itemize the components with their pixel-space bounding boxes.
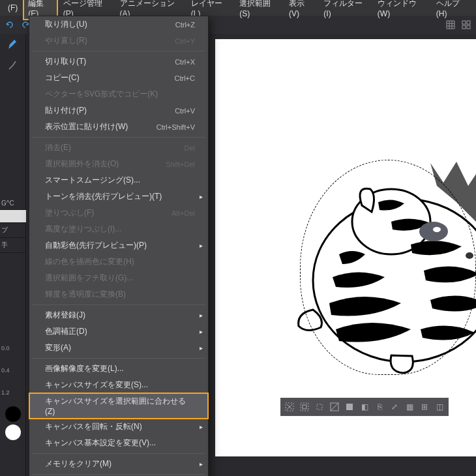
- tool-panel: G^C ブ 手 0.0 0.4 1.2: [0, 34, 26, 476]
- undo-icon[interactable]: [3, 18, 17, 32]
- menu-separator: [32, 474, 205, 475]
- menu-item-shortcut: Ctrl+Y: [175, 37, 195, 45]
- menu-item[interactable]: 切り取り(T)Ctrl+X: [29, 53, 208, 70]
- menu-item-label: やり直し(R): [45, 35, 175, 46]
- menu-separator: [32, 137, 205, 138]
- menu-separator: [32, 453, 205, 454]
- selection-launcher: ◧ ⎘ ⤢ ▦ ⊞ ◫: [280, 398, 449, 416]
- canvas[interactable]: [215, 39, 476, 456]
- menu-item[interactable]: 色調補正(D): [29, 323, 208, 340]
- ruler-tick: 0.0: [0, 337, 26, 359]
- menubar-item[interactable]: (F): [3, 1, 23, 14]
- deselect-icon[interactable]: [283, 400, 296, 413]
- menu-item-label: 線の色を描画色に変更(H): [45, 256, 195, 267]
- menu-item-label: 表示位置に貼り付け(W): [45, 121, 156, 132]
- menu-item[interactable]: 取り消し(U)Ctrl+Z: [29, 16, 208, 33]
- svg-rect-16: [346, 404, 353, 410]
- menubar-item[interactable]: フィルター(I): [318, 0, 372, 20]
- clip-sel-icon[interactable]: ◫: [433, 400, 446, 413]
- menu-item-shortcut: Shift+Del: [166, 160, 195, 168]
- menu-item-shortcut: Ctrl+X: [175, 58, 195, 66]
- menu-item-label: 色調補正(D): [45, 326, 195, 337]
- menubar: (F)編集(E)ページ管理(P)アニメーション(A)レイヤー(L)選択範囲(S)…: [0, 0, 476, 16]
- erase-sel-icon[interactable]: ◧: [358, 400, 371, 413]
- menu-item[interactable]: メモリをクリア(M): [29, 456, 208, 472]
- menu-item-label: 取り消し(U): [45, 19, 175, 30]
- menu-item[interactable]: 貼り付け(P)Ctrl+V: [29, 102, 208, 119]
- menu-separator: [32, 305, 205, 305]
- expand-sel-icon[interactable]: [313, 400, 326, 413]
- menu-item[interactable]: スマートスムージング(S)...: [29, 172, 208, 188]
- menu-item-shortcut: Ctrl+Shift+V: [156, 123, 195, 131]
- pen-tool-icon[interactable]: [0, 34, 26, 55]
- menu-item-shortcut: Ctrl+Z: [175, 21, 195, 29]
- svg-rect-4: [462, 25, 466, 29]
- menu-item-label: 画像解像度を変更(L)...: [45, 363, 195, 374]
- menu-item[interactable]: 画像解像度を変更(L)...: [29, 361, 208, 377]
- menu-item-shortcut: Alt+Del: [171, 209, 195, 217]
- menu-separator: [32, 358, 205, 359]
- menu-item-label: 自動彩色(先行プレビュー)(P): [45, 240, 195, 251]
- menu-item-shortcut: Del: [184, 144, 195, 152]
- menu-item-label: コピー(C): [45, 72, 175, 83]
- menu-item-label: 素材登録(J): [45, 310, 195, 321]
- menu-item[interactable]: 表示位置に貼り付け(W)Ctrl+Shift+V: [29, 119, 208, 135]
- menubar-item[interactable]: ウィンドウ(W): [372, 0, 431, 20]
- foreground-color[interactable]: [5, 406, 21, 422]
- menu-item: 線の色を描画色に変更(H): [29, 254, 208, 270]
- svg-rect-5: [467, 25, 470, 29]
- svg-rect-14: [317, 404, 322, 409]
- menu-separator: [32, 51, 205, 52]
- menu-item[interactable]: キャンバスサイズを変更(S)...: [29, 377, 208, 393]
- menu-item-shortcut: Ctrl+V: [175, 107, 195, 115]
- background-color[interactable]: [5, 424, 21, 440]
- menu-item[interactable]: 変形(A): [29, 340, 208, 356]
- menubar-item[interactable]: 表示(V): [284, 0, 318, 20]
- menu-item[interactable]: トーンを消去(先行プレビュー)(T): [29, 188, 208, 205]
- svg-rect-3: [467, 21, 470, 24]
- menu-item[interactable]: 素材登録(J): [29, 307, 208, 323]
- menu-item: 塗りつぶし(F)Alt+Del: [29, 205, 208, 221]
- menu-item-label: 変形(A): [45, 342, 195, 353]
- grid-icon[interactable]: [443, 18, 458, 32]
- menu-item-label: トーンを消去(先行プレビュー)(T): [45, 191, 195, 202]
- ruler-tick: 1.2: [0, 381, 26, 404]
- menu-item: 選択範囲外を消去(O)Shift+Del: [29, 156, 208, 172]
- scale-sel-icon[interactable]: ⤢: [388, 400, 401, 413]
- menu-item-label: キャンバスを回転・反転(N): [45, 421, 195, 432]
- brush-tool-icon[interactable]: [0, 55, 26, 76]
- menu-item[interactable]: キャンバスサイズを選択範囲に合わせる(Z): [29, 393, 208, 419]
- menu-item-label: 選択範囲をフチ取り(G)...: [45, 273, 195, 284]
- menu-item-label: 消去(E): [45, 142, 184, 153]
- menu-item[interactable]: コピー(C)Ctrl+C: [29, 70, 208, 86]
- layer-thumb[interactable]: [0, 210, 26, 223]
- menu-item-label: 輝度を透明度に変換(B): [45, 289, 195, 300]
- menu-item-label: キャンバスサイズを選択範囲に合わせる(Z): [45, 396, 195, 416]
- brush-label[interactable]: ブ: [0, 223, 26, 238]
- menubar-item[interactable]: ヘルプ(H): [431, 0, 473, 20]
- menu-item-shortcut: Ctrl+C: [175, 74, 195, 82]
- newlayer-sel-icon[interactable]: ⊞: [418, 400, 431, 413]
- svg-rect-12: [301, 403, 308, 411]
- menu-item: やり直し(R)Ctrl+Y: [29, 33, 208, 49]
- shrink-sel-icon[interactable]: [298, 400, 311, 413]
- ruler-tick: 0.4: [0, 359, 26, 381]
- menu-item-label: メモリをクリア(M): [45, 458, 195, 469]
- gc-label: G^C: [0, 197, 26, 210]
- fill-sel-icon[interactable]: [343, 400, 356, 413]
- menubar-item[interactable]: 選択範囲(S): [234, 0, 284, 20]
- menu-item-label: 塗りつぶし(F): [45, 207, 171, 218]
- menu-item: 高度な塗りつぶし(I)...: [29, 221, 208, 237]
- menu-item-label: ベクターをSVG形式でコピー(K): [45, 89, 195, 100]
- hand-label[interactable]: 手: [0, 238, 26, 253]
- tone-sel-icon[interactable]: ▦: [403, 400, 416, 413]
- menu-item: 選択範囲をフチ取り(G)...: [29, 270, 208, 286]
- menu-item[interactable]: 自動彩色(先行プレビュー)(P): [29, 237, 208, 254]
- grid2-icon[interactable]: [459, 18, 473, 32]
- menu-item[interactable]: キャンバス基本設定を変更(V)...: [29, 435, 208, 451]
- invert-sel-icon[interactable]: [328, 400, 341, 413]
- copy-sel-icon[interactable]: ⎘: [373, 400, 386, 413]
- menu-item-label: 貼り付け(P): [45, 105, 175, 116]
- menu-item: 輝度を透明度に変換(B): [29, 286, 208, 303]
- menu-item[interactable]: キャンバスを回転・反転(N): [29, 419, 208, 435]
